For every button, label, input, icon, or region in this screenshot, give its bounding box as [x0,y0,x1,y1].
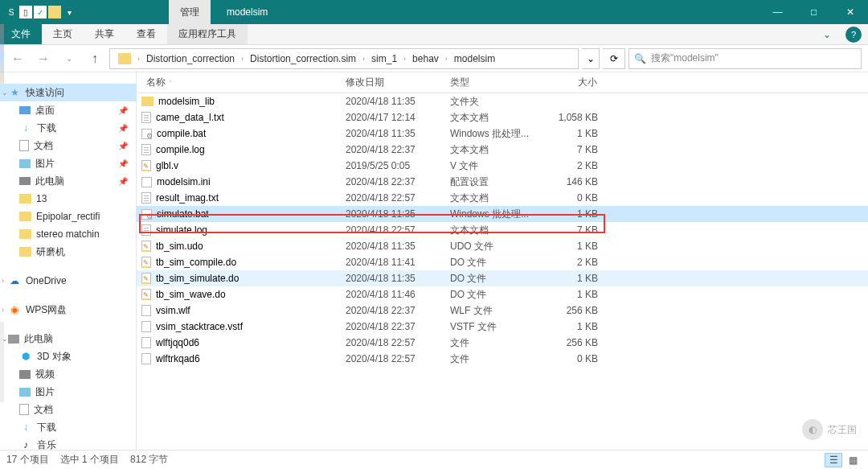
file-type: Windows 批处理... [444,127,540,141]
ribbon-expand-icon[interactable]: ⌄ [815,24,839,44]
file-icon [141,353,151,364]
chevron-right-icon[interactable]: › [402,55,407,63]
nav-3d-objects[interactable]: ⬢3D 对象 [0,348,136,365]
ribbon-tab-view[interactable]: 查看 [125,24,167,44]
nav-quick-access[interactable]: ⌄★快速访问 [0,84,136,101]
file-row[interactable]: simulate.log2020/4/18 22:57文本文档7 KB [137,222,868,238]
file-row[interactable]: tb_sim_compile.do2020/4/18 11:41DO 文件2 K… [137,254,868,270]
address-bar: ← → ⌄ ↑ › Distortion_correction › Distor… [0,45,868,72]
nav-downloads-2[interactable]: 下载 [0,418,136,436]
contextual-tab-manage[interactable]: 管理 [169,0,211,24]
file-type: DO 文件 [444,272,540,286]
maximize-button[interactable]: □ [796,0,832,24]
file-row[interactable]: vsim.wlf2020/4/18 22:37WLF 文件256 KB [137,302,868,319]
qat-icon-2[interactable]: ✓ [34,6,47,19]
file-row[interactable]: compile.bat2020/4/18 11:35Windows 批处理...… [137,125,868,142]
file-size: 1 KB [540,321,604,332]
file-name: compile.bat [157,128,206,139]
nav-folder-13[interactable]: 13 [0,190,136,208]
file-name: wlftrkqad6 [156,353,200,364]
qat-folder-icon[interactable] [48,6,61,19]
nav-pictures-2[interactable]: 图片 [0,383,136,401]
column-header-date[interactable]: 修改日期 [339,76,444,89]
file-row[interactable]: modelsim.ini2020/4/18 22:37配置设置146 KB [137,174,868,190]
file-size: 1 KB [540,128,604,139]
breadcrumb-item[interactable]: behav [407,53,444,64]
chevron-right-icon[interactable]: › [136,55,141,63]
ribbon-tab-home[interactable]: 主页 [42,24,84,44]
video-icon [19,370,31,379]
file-row[interactable]: came_data_l.txt2020/4/17 12:14文本文档1,058 … [137,109,868,125]
nav-folder-epipolar[interactable]: Epipolar_rectifi [0,208,136,225]
breadcrumb-item[interactable]: Distortion_correction.sim [245,53,361,64]
nav-wps[interactable]: ›◉WPS网盘 [0,301,136,319]
search-icon: 🔍 [634,53,646,64]
column-header-size[interactable]: 大小 [540,76,604,89]
nav-documents-2[interactable]: 文档 [0,401,136,418]
nav-up-button[interactable]: ↑ [84,47,106,70]
file-icon [141,289,151,300]
chevron-right-icon[interactable]: › [361,55,366,63]
column-header-type[interactable]: 类型 [444,76,540,89]
file-type: VSTF 文件 [444,320,540,334]
chevron-right-icon[interactable]: › [444,55,449,63]
status-selected-size: 812 字节 [130,453,168,467]
file-row[interactable]: tb_sim.udo2020/4/18 11:35UDO 文件1 KB [137,238,868,254]
navigation-pane[interactable]: ⌄★快速访问 桌面📌 下载📌 文档📌 图片📌 此电脑📌 13 Epipolar_… [0,72,137,450]
address-dropdown-button[interactable]: ⌄ [582,48,600,69]
nav-this-pc-section[interactable]: ⌄此电脑 [0,330,136,348]
file-date: 2020/4/18 22:37 [339,321,444,332]
help-button[interactable]: ? [845,27,862,43]
file-row[interactable]: wlftjqq0d62020/4/18 22:57文件256 KB [137,335,868,351]
qat-dropdown-icon[interactable]: ▾ [63,6,76,19]
folder-icon [19,247,31,257]
nav-forward-button[interactable]: → [32,47,55,70]
nav-folder-stereo[interactable]: stereo matchin [0,225,136,243]
file-row[interactable]: tb_sim_simulate.do2020/4/18 11:35DO 文件1 … [137,270,868,286]
ribbon-tab-app-tools[interactable]: 应用程序工具 [167,24,248,44]
ribbon-tab-share[interactable]: 共享 [84,24,125,44]
breadcrumb[interactable]: › Distortion_correction › Distortion_cor… [109,48,579,69]
nav-recent-dropdown[interactable]: ⌄ [58,47,80,70]
file-row[interactable]: modelsim_lib2020/4/18 11:35文件夹 [137,93,868,109]
file-name: tb_sim_compile.do [156,257,236,268]
view-icons-button[interactable]: ▦ [844,453,862,467]
nav-onedrive[interactable]: ›☁OneDrive [0,272,136,290]
nav-pictures[interactable]: 图片📌 [0,154,136,172]
file-icon [141,224,151,236]
minimize-button[interactable]: — [760,0,796,24]
file-type: 文件 [444,352,540,366]
file-row[interactable]: glbl.v2019/5/25 0:05V 文件2 KB [137,158,868,174]
file-row[interactable]: compile.log2020/4/18 22:37文本文档7 KB [137,142,868,158]
file-row[interactable]: simulate.bat2020/4/18 11:35Windows 批处理..… [137,206,868,222]
refresh-button[interactable]: ⟳ [603,48,625,69]
file-row[interactable]: wlftrkqad62020/4/18 22:57文件0 KB [137,351,868,367]
pin-icon: 📌 [118,106,128,115]
search-input[interactable]: 🔍 搜索"modelsim" [628,48,862,69]
nav-documents[interactable]: 文档📌 [0,137,136,154]
breadcrumb-item[interactable]: Distortion_correction [141,53,240,64]
nav-music[interactable]: ♪音乐 [0,436,136,450]
file-icon [141,337,151,348]
close-button[interactable]: ✕ [832,0,868,24]
nav-downloads[interactable]: 下载📌 [0,119,136,137]
pin-icon: 📌 [118,177,128,186]
wps-icon: ◉ [8,303,21,316]
qat-icon-1[interactable]: ▯ [19,6,32,19]
ribbon-tab-file[interactable]: 文件 [0,24,42,44]
breadcrumb-item[interactable]: modelsim [449,53,500,64]
view-details-button[interactable]: ☰ [825,453,842,467]
nav-folder-grinder[interactable]: 研磨机 [0,243,136,261]
column-header-name[interactable]: 名称˄ [137,76,339,89]
nav-this-pc[interactable]: 此电脑📌 [0,172,136,190]
file-row[interactable]: tb_sim_wave.do2020/4/18 11:46DO 文件1 KB [137,286,868,302]
file-size: 1 KB [540,273,604,284]
file-row[interactable]: result_imag.txt2020/4/18 22:57文本文档0 KB [137,190,868,206]
file-row[interactable]: vsim_stacktrace.vstf2020/4/18 22:37VSTF … [137,319,868,335]
nav-back-button[interactable]: ← [6,47,29,70]
file-date: 2020/4/18 11:35 [339,128,444,139]
nav-desktop[interactable]: 桌面📌 [0,101,136,119]
breadcrumb-item[interactable]: sim_1 [366,53,402,64]
nav-videos[interactable]: 视频 [0,365,136,383]
chevron-right-icon[interactable]: › [240,55,245,63]
